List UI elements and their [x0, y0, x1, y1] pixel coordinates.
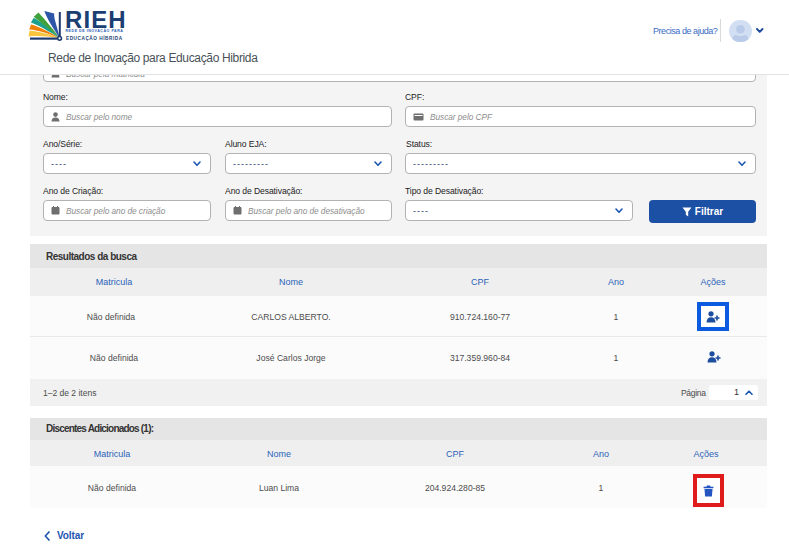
svg-text:EDUCAÇÃO HÍBRIDA: EDUCAÇÃO HÍBRIDA: [66, 34, 123, 41]
svg-text:REDE DE INOVAÇÃO PARA: REDE DE INOVAÇÃO PARA: [66, 28, 124, 33]
